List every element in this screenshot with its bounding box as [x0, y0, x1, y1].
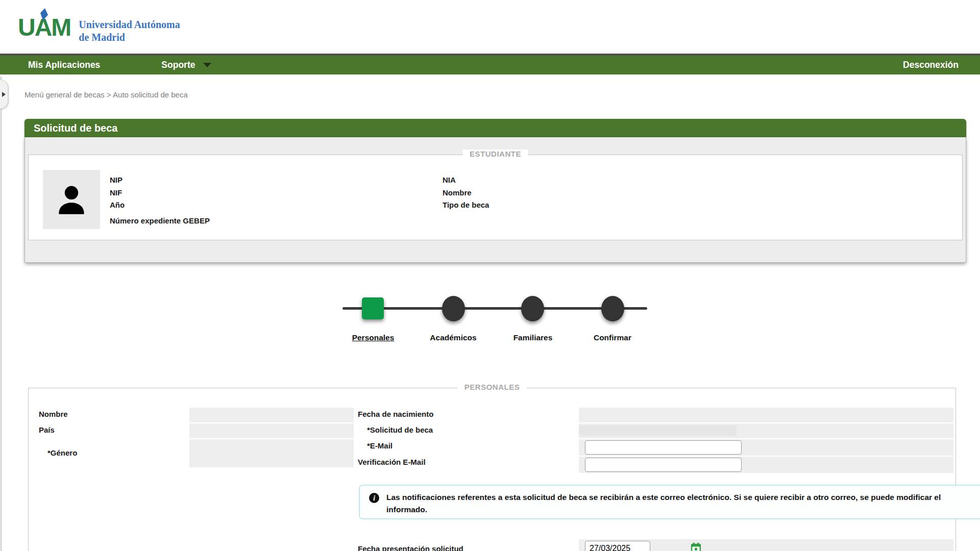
solicitud-panel-body: ESTUDIANTE NIP NIF Año Número expediente… — [24, 137, 966, 263]
label-tipo-de-beca: Tipo de beca — [443, 201, 489, 209]
solicitud-panel: Solicitud de beca ESTUDIANTE NIP NIF Año… — [24, 119, 966, 263]
field-nombre-readonly — [189, 408, 354, 422]
label-verificacion-email: Verificación E-Mail — [358, 458, 426, 466]
step-node-academicos[interactable] — [442, 296, 465, 321]
chevron-right-icon — [2, 92, 6, 97]
nav-mis-aplicaciones[interactable]: Mis Aplicaciones — [28, 60, 100, 70]
label-email: *E-Mail — [367, 441, 393, 450]
estudiante-fieldset: ESTUDIANTE NIP NIF Año Número expediente… — [28, 155, 963, 240]
label-fecha-presentacion: Fecha presentación solicitud — [358, 544, 463, 551]
nav-desconexion[interactable]: Desconexión — [903, 60, 959, 70]
nav-soporte[interactable]: Soporte — [161, 60, 211, 70]
nav-soporte-label: Soporte — [161, 60, 195, 70]
label-nif: NIF — [110, 188, 122, 197]
info-icon: i — [369, 493, 379, 503]
label-anio: Año — [110, 201, 125, 209]
email-info-note: i Las notificaciones referentes a esta s… — [359, 485, 980, 519]
field-genero-readonly — [189, 439, 354, 467]
step-label-familiares[interactable]: Familiares — [513, 333, 553, 342]
main-navbar: Mis Aplicaciones Soporte Desconexión — [0, 54, 980, 74]
step-label-confirmar[interactable]: Confirmar — [594, 333, 631, 342]
page-title: Solicitud de beca — [24, 119, 966, 137]
estudiante-legend: ESTUDIANTE — [462, 149, 528, 158]
label-solicitud-beca: *Solicitud de beca — [367, 425, 433, 434]
step-node-personales[interactable] — [362, 297, 384, 319]
person-icon — [53, 180, 90, 219]
label-nip: NIP — [110, 176, 122, 184]
field-fecha-nacimiento-readonly — [579, 408, 953, 422]
personales-fieldset: PERSONALES Nombre País *Género Fecha de … — [28, 388, 956, 551]
site-header: UAM Universidad Autónoma de Madrid — [0, 0, 980, 54]
email-input[interactable] — [585, 440, 742, 455]
label-nombre: Nombre — [39, 410, 68, 418]
field-pais-readonly — [189, 423, 354, 438]
step-label-personales[interactable]: Personales — [352, 333, 395, 342]
label-nia: NIA — [443, 176, 456, 184]
label-fecha-nacimiento: Fecha de nacimiento — [358, 410, 433, 418]
label-pais: País — [39, 425, 55, 434]
uam-name-line1: Universidad Autónoma — [79, 18, 180, 31]
label-num-expediente-gebep: Número expediente GEBEP — [110, 216, 210, 225]
student-avatar — [43, 170, 100, 229]
fecha-presentacion-input[interactable] — [585, 541, 650, 551]
uam-logo-acronym: UAM — [18, 8, 70, 40]
uam-logo-name: Universidad Autónoma de Madrid — [79, 8, 180, 44]
wizard-stepper: Personales Académicos Familiares Confirm… — [0, 290, 980, 346]
step-node-familiares[interactable] — [521, 296, 544, 321]
uam-name-line2: de Madrid — [79, 31, 180, 44]
step-node-confirmar[interactable] — [601, 296, 624, 321]
label-nombre-estudiante: Nombre — [443, 188, 472, 197]
scholarship-application-page: UAM Universidad Autónoma de Madrid Mis A… — [0, 0, 980, 551]
step-label-academicos[interactable]: Académicos — [430, 333, 476, 342]
uam-logo: UAM Universidad Autónoma de Madrid — [18, 8, 180, 44]
calendar-icon[interactable] — [690, 542, 702, 551]
verificacion-email-input[interactable] — [585, 458, 742, 472]
personales-legend: PERSONALES — [457, 383, 527, 391]
email-info-text: Las notificaciones referentes a esta sol… — [386, 491, 980, 516]
field-solicitud-beca-readonly — [579, 425, 737, 436]
chevron-down-icon — [203, 63, 211, 67]
sidebar-expand-toggle[interactable] — [0, 80, 8, 109]
breadcrumb[interactable]: Menú general de becas > Auto solicitud d… — [24, 90, 188, 99]
label-genero: *Género — [47, 448, 77, 457]
